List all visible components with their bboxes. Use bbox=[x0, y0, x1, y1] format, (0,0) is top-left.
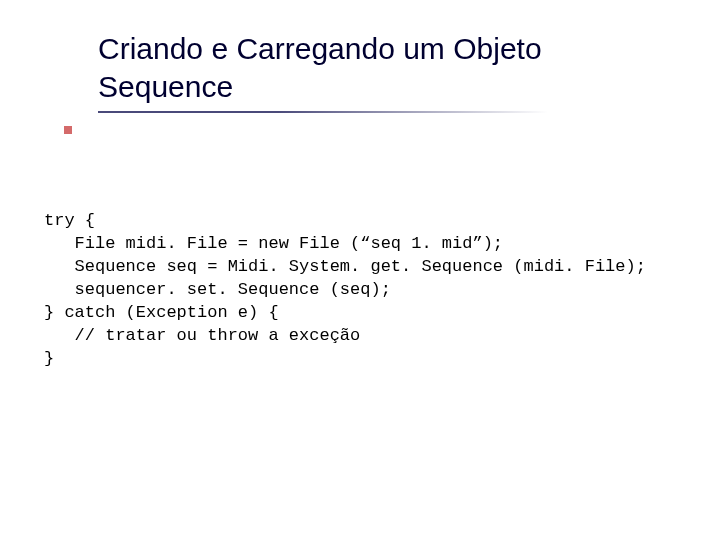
code-line: } catch (Exception e) { bbox=[44, 303, 279, 322]
slide-title-line1: Criando e Carregando um Objeto bbox=[98, 32, 542, 65]
slide: Criando e Carregando um Objeto Sequence … bbox=[0, 0, 720, 540]
title-underline bbox=[98, 111, 548, 113]
code-line: sequencer. set. Sequence (seq); bbox=[44, 280, 391, 299]
code-line: } bbox=[44, 349, 54, 368]
slide-title-line2: Sequence bbox=[98, 70, 233, 103]
slide-title: Criando e Carregando um Objeto Sequence bbox=[98, 30, 658, 105]
code-line: Sequence seq = Midi. System. get. Sequen… bbox=[44, 257, 646, 276]
slide-title-block: Criando e Carregando um Objeto Sequence bbox=[98, 30, 658, 113]
code-line: try { bbox=[44, 211, 95, 230]
accent-square-icon bbox=[64, 126, 72, 134]
code-line: File midi. File = new File (“seq 1. mid”… bbox=[44, 234, 503, 253]
code-block: try { File midi. File = new File (“seq 1… bbox=[44, 210, 646, 371]
code-line: // tratar ou throw a exceção bbox=[44, 326, 360, 345]
